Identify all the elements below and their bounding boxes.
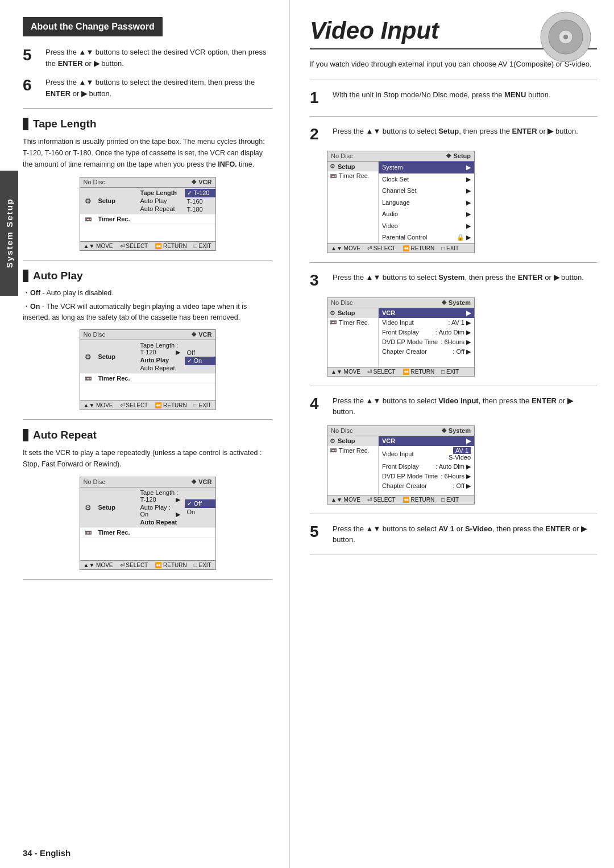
osd-system2-footer: ▲▼ MOVE ⏎ SELECT ⏪ RETURN □ EXIT	[327, 495, 474, 504]
osd-chapter-creator-row: Chapter Creator: Off ▶	[379, 347, 474, 357]
auto-play-bullet-on: On - The VCR will automatically begin pl…	[23, 301, 272, 323]
osd-footer-3: ▲▼ MOVE ⏎ SELECT ⏪ RETURN □ EXIT	[80, 560, 215, 569]
auto-play-heading: Auto Play	[23, 270, 272, 282]
osd-system-item: System▶	[379, 162, 474, 173]
osd-footer-select-3: ⏎ SELECT	[120, 562, 148, 568]
osd-submenu-3: Tape Length : T-120 ▶ Auto Play : On ▶ A…	[136, 488, 185, 527]
right-step-4-text: Press the ▲▼ buttons to select Video Inp…	[333, 395, 597, 418]
osd-system-footer-select: ⏎ SELECT	[367, 369, 396, 375]
divider-2	[23, 260, 272, 261]
osd-setup-footer-return: ⏪ RETURN	[403, 245, 434, 251]
osd-setup-header: No Disc ❖ Setup	[327, 151, 474, 162]
osd-setup-footer: ▲▼ MOVE ⏎ SELECT ⏪ RETURN □ EXIT	[327, 243, 474, 253]
osd-setup-main-row: ⚙ Setup 📼 Timer Rec. System▶	[327, 162, 474, 243]
right-step-2-text: Press the ▲▼ buttons to select Setup, th…	[333, 126, 597, 137]
osd-timer-submenu-3	[136, 532, 215, 533]
osd-system-timer-label: Timer Rec.	[339, 319, 369, 326]
osd-setup-footer-select: ⏎ SELECT	[367, 245, 396, 251]
tape-length-title: Tape Length	[33, 118, 97, 130]
auto-repeat-heading: Auto Repeat	[23, 429, 272, 441]
osd-setup-label-3: Setup	[96, 503, 136, 511]
osd-left-spacer	[327, 180, 378, 220]
osd-system2-footer-move: ▲▼ MOVE	[331, 497, 360, 503]
osd-system2-left-panel: ⚙ Setup 📼 Timer Rec.	[327, 436, 379, 495]
osd-system2-timer-icon: 📼	[330, 447, 337, 453]
osd-system-timer-row: 📼 Timer Rec.	[327, 318, 378, 327]
right-step-3-row: 3 Press the ▲▼ buttons to select System,…	[310, 272, 597, 290]
osd-dvd-ep-row: DVD EP Mode Time: 6Hours ▶	[379, 337, 474, 347]
osd-setup-icon-r: ⚙	[330, 163, 335, 170]
right-step-2-number: 2	[310, 126, 328, 143]
osd-on-val: ✓ On	[185, 357, 215, 365]
osd-setup-left-row: ⚙ Setup	[327, 162, 378, 171]
osd-timer-icon-3: 📼	[80, 529, 96, 536]
osd-system2-setup-label: Setup	[338, 437, 355, 444]
osd-system-setup-label: Setup	[338, 309, 355, 316]
osd-system2-dvd-ep: DVD EP Mode Time: 6Hours ▶	[379, 472, 474, 481]
osd-auto-repeat-label: Auto Repeat	[138, 205, 182, 213]
osd-system-header: No Disc ❖ System	[327, 298, 474, 308]
osd-header-right-3: ❖ VCR	[191, 478, 211, 486]
section-bar-auto-repeat	[23, 429, 28, 441]
osd-setup-label-r: Setup	[338, 163, 355, 170]
right-divider-4	[310, 514, 597, 514]
side-tab: System Setup	[0, 171, 18, 296]
about-header: About the Change Password	[23, 17, 163, 36]
osd-footer-return-3: ⏪ RETURN	[155, 562, 186, 568]
right-divider-5	[310, 555, 597, 555]
osd-parental-item: Parental Control🔒 ▶	[379, 232, 474, 243]
osd-footer-exit-3: □ EXIT	[194, 562, 211, 568]
osd-row-setup-3: ⚙ Setup Tape Length : T-120 ▶ Auto Play …	[80, 487, 215, 528]
osd-video-input-row2: Video Input AV 1 S-Video	[379, 446, 474, 462]
osd-setup-icon-2: ⚙	[80, 352, 96, 362]
right-step-4-number: 4	[310, 395, 328, 413]
osd-system2-right-panel: VCR▶ Video Input AV 1 S-Video Front Disp…	[379, 436, 474, 495]
osd-system-left-spacer	[327, 327, 378, 367]
osd-system2-setup-icon: ⚙	[330, 437, 335, 445]
right-step-5-text: Press the ▲▼ buttons to select AV 1 or S…	[333, 523, 597, 545]
right-step-5-number: 5	[310, 523, 328, 541]
osd-body-3: ⚙ Setup Tape Length : T-120 ▶ Auto Play …	[80, 487, 215, 560]
divider-3	[23, 419, 272, 420]
osd-av1-option: AV 1	[453, 447, 471, 454]
video-input-title-wrap: Video Input	[310, 17, 597, 49]
osd-footer-1: ▲▼ MOVE ⏎ SELECT ⏪ RETURN □ EXIT	[80, 241, 215, 250]
auto-play-bullet-off: Off - Auto play is disabled.	[23, 288, 272, 299]
right-step-3-number: 3	[310, 272, 328, 290]
osd-body-2: ⚙ Setup Tape Length : T-120 ▶ Auto Play …	[80, 340, 215, 400]
tape-length-body: This information is usually printed on t…	[23, 136, 272, 170]
osd-footer-move-2: ▲▼ MOVE	[84, 402, 113, 408]
osd-spacer-1	[80, 224, 215, 241]
osd-footer-2: ▲▼ MOVE ⏎ SELECT ⏪ RETURN □ EXIT	[80, 400, 215, 410]
osd-spacer-2	[80, 383, 215, 400]
step-5-number: 5	[23, 47, 41, 64]
osd-off-val-3: ✓ Off	[185, 499, 215, 508]
svg-point-3	[563, 35, 568, 39]
osd-timer-label-r: Timer Rec.	[339, 172, 369, 179]
osd-spacer-3	[80, 538, 215, 560]
osd-system2-footer-exit: □ EXIT	[441, 497, 459, 503]
right-column: Video Input If you watch video through e…	[290, 0, 614, 868]
osd-vcr-row: VCR▶	[379, 308, 474, 318]
osd-video-item: Video▶	[379, 220, 474, 232]
right-step-2-row: 2 Press the ▲▼ buttons to select Setup, …	[310, 126, 597, 143]
osd-header-left-1: No Disc	[84, 179, 106, 186]
osd-tape-length-row2: Tape Length : T-120 ▶	[138, 341, 182, 356]
osd-timer-icon-r: 📼	[330, 173, 337, 179]
page: System Setup About the Change Password 5…	[0, 0, 614, 868]
osd-footer-return-2: ⏪ RETURN	[155, 402, 186, 408]
osd-auto-play-label: Auto Play	[138, 197, 182, 205]
osd-system2-front-display: Front Display: Auto Dim ▶	[379, 462, 474, 472]
osd-timer-submenu-1	[136, 218, 215, 220]
step-6-text: Press the ▲▼ buttons to select the desir…	[45, 77, 272, 99]
osd-auto-play-values: Off ✓ On	[185, 349, 215, 365]
osd-system-footer-exit: □ EXIT	[441, 369, 459, 375]
right-step-3-text: Press the ▲▼ buttons to select System, t…	[333, 272, 597, 283]
osd-left-panel: ⚙ Setup 📼 Timer Rec.	[327, 162, 379, 243]
osd-setup-label-2: Setup	[96, 353, 136, 361]
osd-submenu-1: Tape Length Auto Play Auto Repeat	[136, 188, 185, 213]
osd-system-header-left: No Disc	[331, 299, 353, 307]
step-5-text: Press the ▲▼ buttons to select the desir…	[45, 47, 272, 69]
osd-footer-return-1: ⏪ RETURN	[155, 243, 186, 249]
osd-system-main-row: ⚙ Setup 📼 Timer Rec. VCR▶	[327, 308, 474, 367]
